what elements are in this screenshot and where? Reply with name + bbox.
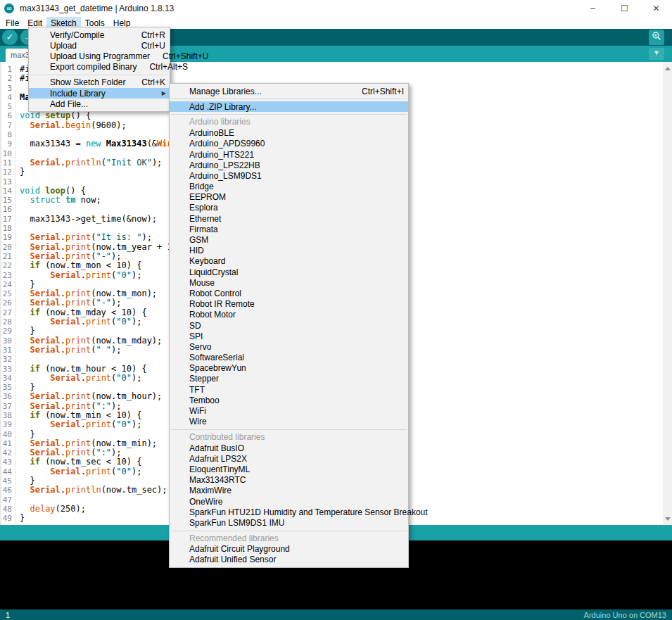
menu-item-export-compiled-binary[interactable]: Export compiled BinaryCtrl+Alt+S (29, 62, 170, 72)
menu-item-label: Manage Libraries... (189, 87, 349, 96)
menu-item-esplora[interactable]: Esplora (170, 203, 408, 213)
menu-item-add-file[interactable]: Add File... (29, 99, 170, 109)
menu-item-manage-libraries[interactable]: Manage Libraries...Ctrl+Shift+I (170, 86, 408, 96)
menu-item-adafruit-lps2x[interactable]: Adafruit LPS2X (170, 453, 408, 464)
menu-item-ethernet[interactable]: Ethernet (170, 213, 408, 224)
line-number: 10 (1, 149, 15, 158)
menu-item-gsm[interactable]: GSM (170, 234, 408, 245)
close-button[interactable]: ✕ (640, 0, 672, 17)
code-text: if (now.tm_min < 10) { (15, 411, 141, 420)
serial-monitor-button[interactable] (649, 30, 664, 45)
menu-item-verify-compile[interactable]: Verify/CompileCtrl+R (29, 30, 170, 40)
line-number: 30 (1, 336, 15, 346)
menu-separator (171, 429, 407, 430)
line-number: 23 (1, 271, 15, 280)
menu-item-show-sketch-folder[interactable]: Show Sketch FolderCtrl+K (29, 77, 170, 88)
code-text: Serial.print("It is: "); (15, 233, 152, 242)
verify-button[interactable]: ✓ (2, 30, 18, 45)
menu-item-sparkfun-htu21d-humidity-and-temperature-sensor-breakout[interactable]: SparkFun HTU21D Humidity and Temperature… (170, 507, 408, 517)
menu-item-adafruit-circuit-playground[interactable]: Adafruit Circuit Playground (170, 544, 408, 555)
menu-item-label: Robot Motor (189, 310, 404, 320)
menu-item-arduino-lsm9ds1[interactable]: Arduino_LSM9DS1 (170, 170, 408, 181)
menu-item-adafruit-unified-sensor[interactable]: Adafruit Unified Sensor (170, 555, 408, 565)
menu-item-eloquenttinyml[interactable]: EloquentTinyML (170, 464, 408, 474)
submenu-arrow-icon: ▶ (162, 90, 166, 96)
code-text: Serial.print("0"); (15, 467, 141, 476)
menu-item-adafruit-busio[interactable]: Adafruit BusIO (170, 443, 408, 453)
code-text (15, 224, 20, 233)
menu-item-spi[interactable]: SPI (170, 331, 408, 341)
tab-menu-button[interactable]: ▼ (649, 48, 664, 60)
code-text (15, 355, 20, 364)
menu-separator (171, 531, 407, 531)
menu-item-temboo[interactable]: Temboo (170, 395, 408, 405)
menu-item-arduino-lps22hb[interactable]: Arduino_LPS22HB (170, 160, 408, 170)
menu-item-tft[interactable]: TFT (170, 384, 408, 395)
menu-item-label: Add .ZIP Library... (189, 102, 404, 112)
title-bar: ∞ max31343_get_datetime | Arduino 1.8.13… (0, 0, 672, 17)
menu-item-firmata[interactable]: Firmata (170, 224, 408, 234)
menu-item-bridge[interactable]: Bridge (170, 182, 408, 192)
menu-item-liquidcrystal[interactable]: LiquidCrystal (170, 267, 408, 277)
maximize-button[interactable]: ☐ (609, 0, 640, 17)
arduino-logo-icon: ∞ (4, 4, 14, 13)
menu-item-label: Arduino_LSM9DS1 (189, 171, 404, 181)
menu-item-upload-using-programmer[interactable]: Upload Using ProgrammerCtrl+Shift+U (29, 51, 170, 61)
menu-item-arduino-apds9960[interactable]: Arduino_APDS9960 (170, 139, 408, 149)
line-number: 21 (1, 252, 15, 261)
menu-item-label: GSM (189, 235, 404, 245)
menu-item-add-zip-library[interactable]: Add .ZIP Library... (170, 101, 408, 112)
line-number: 36 (1, 392, 15, 401)
menu-item-keyboard[interactable]: Keyboard (170, 256, 408, 267)
line-number: 2 (1, 74, 15, 83)
line-number: 46 (1, 486, 15, 495)
code-text: Serial.print("0"); (15, 317, 141, 327)
menu-item-hid[interactable]: HID (170, 246, 408, 256)
menu-item-arduinoble[interactable]: ArduinoBLE (170, 128, 408, 139)
code-text: Serial.println(now.tm_sec); (15, 486, 167, 495)
menu-item-spacebrewyun[interactable]: SpacebrewYun (170, 363, 408, 374)
menu-item-eeprom[interactable]: EEPROM (170, 192, 408, 203)
menu-item-onewire[interactable]: OneWire (170, 496, 408, 507)
line-number: 37 (1, 402, 15, 411)
sketch-tab[interactable]: max31 (6, 49, 28, 62)
menu-item-sparkfun-lsm9ds1-imu[interactable]: SparkFun LSM9DS1 IMU (170, 517, 408, 528)
menu-item-robot-motor[interactable]: Robot Motor (170, 310, 408, 320)
menu-item-robot-control[interactable]: Robot Control (170, 288, 408, 298)
menu-item-label: Export compiled Binary (50, 62, 137, 72)
menu-item-wire[interactable]: Wire (170, 417, 408, 427)
menu-item-label: Arduino_HTS221 (189, 150, 404, 160)
line-number: 33 (1, 365, 15, 374)
menu-item-servo[interactable]: Servo (170, 341, 408, 352)
line-number: 28 (1, 317, 15, 327)
menu-item-arduino-hts221[interactable]: Arduino_HTS221 (170, 149, 408, 160)
line-number: 38 (1, 411, 15, 420)
menu-item-maximwire[interactable]: MaximWire (170, 486, 408, 496)
menu-item-sd[interactable]: SD (170, 320, 408, 331)
line-number: 14 (1, 186, 15, 196)
scroll-up-icon[interactable] (663, 63, 672, 73)
menu-item-label: MaximWire (189, 486, 404, 495)
menu-item-robot-ir-remote[interactable]: Robot IR Remote (170, 299, 408, 310)
menu-item-label: Upload (50, 41, 129, 51)
menu-item-label: Stepper (189, 374, 404, 384)
menubar-item-file[interactable]: File (1, 17, 23, 29)
menu-item-include-library[interactable]: Include Library▶ (29, 88, 170, 99)
menu-item-max31343rtc[interactable]: Max31343RTC (170, 475, 408, 486)
menu-item-label: Arduino_LPS22HB (189, 160, 404, 170)
line-number: 45 (1, 476, 15, 486)
scroll-down-icon[interactable] (663, 514, 672, 524)
line-number: 3 (1, 84, 15, 93)
menu-item-mouse[interactable]: Mouse (170, 277, 408, 288)
menu-item-label: HID (189, 246, 404, 255)
code-text: Serial.println("Init OK"); (15, 158, 162, 167)
menu-item-wifi[interactable]: WiFi (170, 405, 408, 416)
line-number: 40 (1, 430, 15, 439)
editor-scrollbar[interactable] (663, 62, 672, 525)
code-text: Serial.print(now.tm_hour); (15, 392, 162, 401)
minimize-button[interactable]: – (577, 0, 609, 17)
menu-item-softwareserial[interactable]: SoftwareSerial (170, 353, 408, 363)
menu-item-upload[interactable]: UploadCtrl+U (29, 40, 170, 51)
menu-item-stepper[interactable]: Stepper (170, 374, 408, 384)
menu-item-label: Adafruit Circuit Playground (189, 544, 404, 554)
